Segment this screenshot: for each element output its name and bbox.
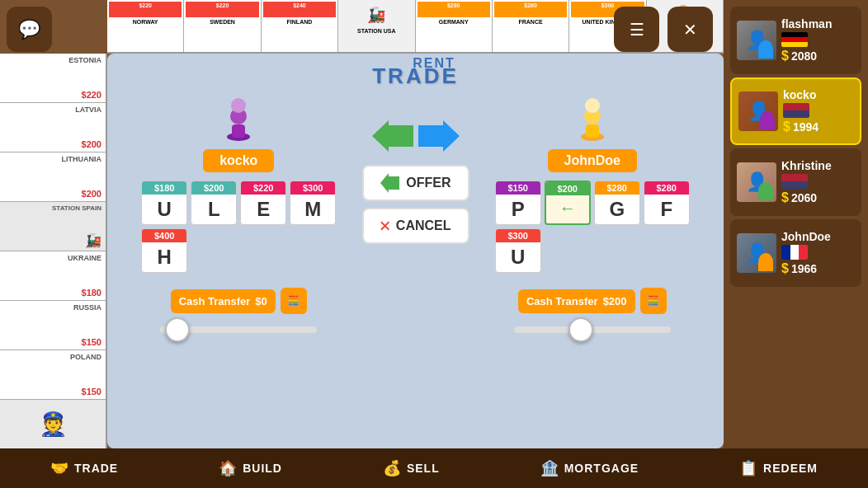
property-card-l[interactable]: $200 L — [191, 181, 237, 225]
chat-button[interactable]: 💬 — [7, 7, 52, 52]
property-card-g[interactable]: $280 G — [594, 181, 640, 225]
left-cell-lithuania: LITHUANIA $200 — [0, 152, 106, 202]
left-property-grid: $180 U $200 L $220 E $300 M $400 — [141, 181, 336, 273]
cancel-label: CANCEL — [396, 218, 451, 233]
menu-icon: ☰ — [630, 20, 644, 40]
flag-johndoe — [781, 245, 808, 260]
left-cell-station: STATION SPAIN 🚂 — [0, 202, 106, 251]
mortgage-icon: 🏦 — [540, 459, 559, 477]
left-cell-jail: 👮 — [0, 400, 106, 449]
avatar-kocko: 👤 — [738, 92, 778, 131]
token-flashman — [758, 40, 773, 59]
mortgage-label: MORTGAGE — [564, 462, 639, 475]
redeem-icon: 📋 — [739, 459, 758, 477]
player-card-johndoe[interactable]: 👤 JohnDoe $ 1966 — [730, 219, 861, 287]
left-cash-amount: $0 — [255, 295, 267, 307]
left-cell-estonia: ESTONIA $220 — [0, 54, 106, 103]
sell-label: SELL — [407, 462, 440, 475]
player-name-flashman: flashman — [781, 17, 855, 30]
svg-point-12 — [585, 98, 600, 113]
left-slider-thumb[interactable] — [165, 317, 190, 342]
player-card-flashman[interactable]: 👤 flashman $ 2080 — [730, 7, 861, 74]
build-label: BUILD — [243, 462, 282, 475]
right-property-grid: $150 P $200 ← $280 G $280 F $300 — [495, 181, 690, 273]
left-cash-transfer-row: Cash Transfer $0 🧮 — [171, 288, 307, 314]
property-card-u[interactable]: $180 U — [141, 181, 187, 225]
toolbar-redeem[interactable]: 📋 REDEEM — [739, 459, 818, 477]
cancel-button[interactable]: CANCEL — [362, 208, 469, 244]
right-arrow-icon — [418, 120, 460, 152]
cancel-icon — [380, 216, 389, 236]
trade-label: TRADE — [74, 462, 118, 475]
offer-icon — [380, 173, 400, 193]
left-slider-row — [152, 322, 325, 333]
close-button[interactable]: ✕ — [668, 7, 713, 52]
player-card-khristine[interactable]: 👤 Khristine $ 2060 — [730, 148, 861, 216]
board-left-strip: ESTONIA $220 LATVIA $200 LITHUANIA $200 … — [0, 54, 107, 448]
menu-button[interactable]: ☰ — [614, 7, 659, 52]
redeem-label: REDEEM — [763, 462, 818, 475]
offer-label: OFFER — [406, 176, 451, 190]
svg-rect-1 — [232, 124, 245, 138]
token-khristine — [758, 182, 773, 200]
left-cell-poland: POLAND $150 — [0, 350, 106, 400]
right-player-name: JohnDoe — [548, 149, 637, 172]
toolbar-build[interactable]: 🏠 BUILD — [219, 459, 282, 477]
left-player-pawn — [222, 96, 255, 141]
property-card-p[interactable]: $150 P — [495, 181, 541, 225]
svg-point-3 — [231, 98, 246, 113]
rent-label: RENT — [413, 56, 455, 71]
avatar-flashman: 👤 — [737, 21, 776, 60]
close-icon: ✕ — [683, 20, 697, 40]
player-money-flashman: $ 2080 — [781, 49, 855, 63]
player-info-khristine: Khristine $ 2060 — [781, 159, 855, 205]
svg-rect-10 — [586, 124, 599, 138]
property-card-u2[interactable]: $300 U — [495, 228, 541, 273]
player-card-kocko[interactable]: 👤 kocko $ 1994 — [730, 77, 861, 145]
bottom-toolbar: 🤝 TRADE 🏠 BUILD 💰 SELL 🏦 MORTGAGE 📋 REDE… — [0, 448, 868, 488]
build-icon: 🏠 — [219, 459, 238, 477]
svg-marker-5 — [418, 120, 460, 152]
left-cell-ukraine: UKRAINE $180 — [0, 251, 106, 301]
property-card-f[interactable]: $280 F — [644, 181, 690, 225]
player-info-kocko: kocko $ 1994 — [783, 88, 853, 134]
flag-khristine — [781, 174, 808, 189]
player-money-kocko: $ 1994 — [783, 120, 853, 134]
left-slider-track — [160, 326, 317, 333]
board-cell-5: $280 FRANCE — [493, 0, 569, 52]
offer-button[interactable]: OFFER — [362, 165, 469, 201]
top-right-buttons: ☰ ✕ — [614, 7, 713, 52]
flag-kocko — [783, 103, 809, 118]
player-info-johndoe: JohnDoe $ 1966 — [781, 230, 855, 276]
property-card-m[interactable]: $300 M — [290, 181, 336, 225]
toolbar-trade[interactable]: 🤝 TRADE — [50, 459, 118, 477]
right-slider-row — [506, 322, 679, 333]
property-card-arrow[interactable]: $200 ← — [545, 181, 591, 225]
right-calculator-button[interactable]: 🧮 — [640, 288, 667, 314]
center-section: OFFER CANCEL — [362, 96, 469, 244]
flag-flashman — [781, 32, 808, 47]
right-slider-thumb[interactable] — [568, 317, 593, 342]
modal-body: kocko $180 U $200 L $220 E $300 M — [107, 96, 724, 448]
property-card-e[interactable]: $220 E — [240, 181, 286, 225]
right-cash-amount: $200 — [603, 295, 627, 307]
left-player-name: kocko — [203, 149, 274, 172]
sell-icon: 💰 — [383, 459, 402, 477]
right-player-pawn — [576, 96, 609, 141]
toolbar-sell[interactable]: 💰 SELL — [383, 459, 440, 477]
chat-icon: 💬 — [18, 19, 40, 40]
player-money-khristine: $ 2060 — [781, 190, 855, 205]
toolbar-mortgage[interactable]: 🏦 MORTGAGE — [540, 459, 639, 477]
board-cell-1: $220 SWEDEN — [184, 0, 261, 52]
player-name-khristine: Khristine — [781, 159, 855, 172]
left-calculator-button[interactable]: 🧮 — [281, 288, 307, 314]
board-cell-4: $280 GERMANY — [416, 0, 493, 52]
right-cash-transfer-row: Cash Transfer $200 🧮 — [518, 288, 667, 314]
right-cash-label: Cash Transfer — [526, 295, 598, 307]
token-kocko — [760, 111, 775, 129]
right-player-section: JohnDoe $150 P $200 ← $280 G $280 F — [478, 96, 708, 333]
board-cell-3: 🚂 STATION USA — [338, 0, 415, 52]
arrows-row — [372, 120, 460, 152]
player-name-kocko: kocko — [783, 88, 853, 101]
property-card-h[interactable]: $400 H — [141, 228, 187, 273]
